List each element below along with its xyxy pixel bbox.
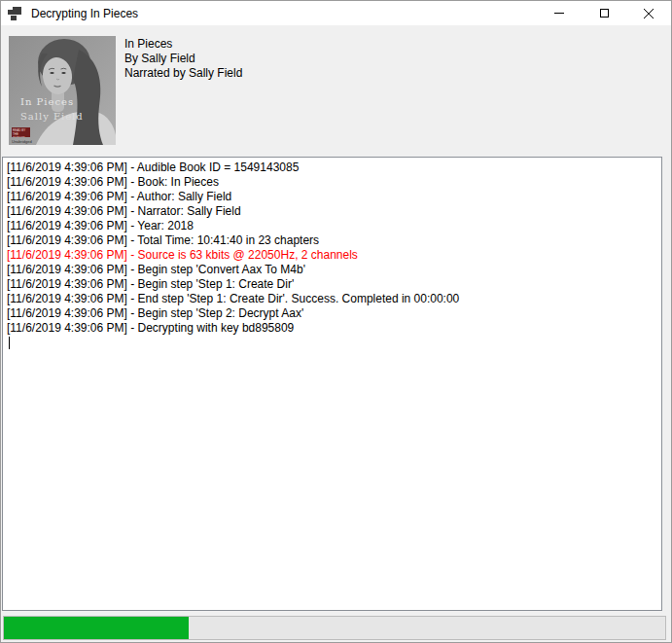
cover-read-by-author-badge: READ BY THE AUTHOR xyxy=(12,127,30,137)
cover-title-text: In Pieces xyxy=(20,96,74,107)
progress-bar xyxy=(3,616,666,640)
log-lines: [11/6/2019 4:39:06 PM] - Audible Book ID… xyxy=(7,161,657,336)
progress-fill xyxy=(4,617,189,639)
log-line: [11/6/2019 4:39:06 PM] - Author: Sally F… xyxy=(7,190,657,204)
log-line: [11/6/2019 4:39:06 PM] - Begin step 'Ste… xyxy=(7,306,657,321)
window-controls xyxy=(537,1,671,25)
app-window: { "window": { "title": "Decrypting In Pi… xyxy=(0,0,672,643)
app-icon[interactable] xyxy=(8,6,22,20)
log-line: [11/6/2019 4:39:06 PM] - Total Time: 10:… xyxy=(7,233,657,248)
close-icon xyxy=(644,9,654,18)
maximize-icon xyxy=(600,9,609,18)
text-caret xyxy=(9,337,10,349)
cover-edition-text: Unabridged xyxy=(12,139,32,144)
cover-author-text: Sally Field xyxy=(20,111,84,122)
minimize-icon xyxy=(554,13,564,14)
title-bar[interactable]: Decrypting In Pieces xyxy=(1,1,671,25)
close-button[interactable] xyxy=(626,1,671,25)
book-author: By Sally Field xyxy=(124,52,242,66)
log-line: [11/6/2019 4:39:06 PM] - Book: In Pieces xyxy=(7,175,657,190)
log-line: [11/6/2019 4:39:06 PM] - Audible Book ID… xyxy=(7,161,657,175)
book-info: In Pieces By Sally Field Narrated by Sal… xyxy=(124,37,242,81)
log-line: [11/6/2019 4:39:06 PM] - Year: 2018 xyxy=(7,219,657,233)
book-cover-image: In Pieces Sally Field READ BY THE AUTHOR… xyxy=(9,36,116,145)
log-line: [11/6/2019 4:39:06 PM] - Begin step 'Ste… xyxy=(7,277,657,292)
window-title: Decrypting In Pieces xyxy=(31,7,138,20)
log-line: [11/6/2019 4:39:06 PM] - End step 'Step … xyxy=(7,292,657,306)
log-line: [11/6/2019 4:39:06 PM] - Decrypting with… xyxy=(7,321,657,336)
book-title: In Pieces xyxy=(124,37,242,52)
log-line: [11/6/2019 4:39:06 PM] - Source is 63 kb… xyxy=(7,248,657,263)
book-narrator: Narrated by Sally Field xyxy=(124,66,242,81)
log-line: [11/6/2019 4:39:06 PM] - Narrator: Sally… xyxy=(7,204,657,219)
log-line: [11/6/2019 4:39:06 PM] - Begin step 'Con… xyxy=(7,263,657,277)
maximize-button[interactable] xyxy=(582,1,626,25)
minimize-button[interactable] xyxy=(537,1,582,25)
log-textbox[interactable]: [11/6/2019 4:39:06 PM] - Audible Book ID… xyxy=(2,157,662,611)
